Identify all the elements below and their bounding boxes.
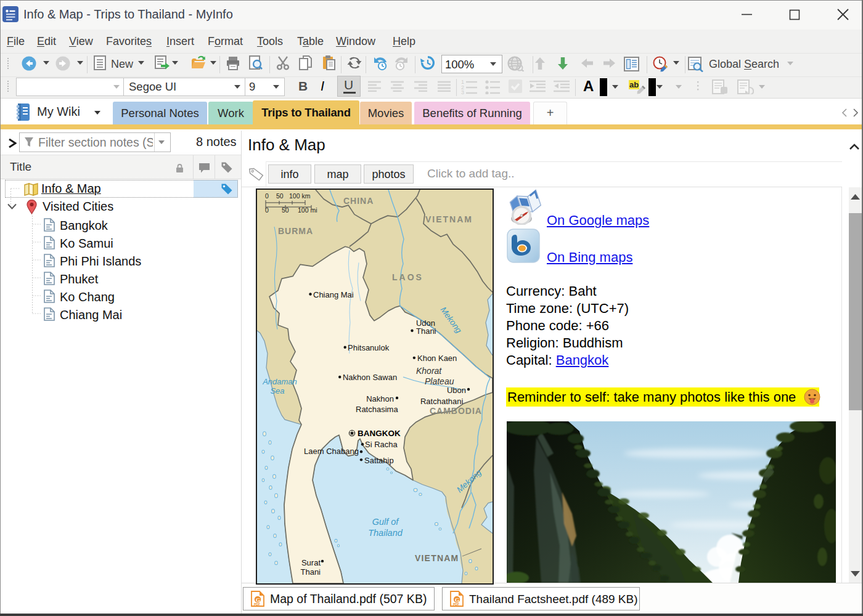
svg-text:Ratchathani: Ratchathani xyxy=(420,397,463,406)
svg-text:Si Racha: Si Racha xyxy=(365,440,398,449)
svg-text:CAMBODIA: CAMBODIA xyxy=(430,406,482,416)
svg-text:BANGKOK: BANGKOK xyxy=(358,429,401,438)
svg-text:Sea: Sea xyxy=(270,386,284,395)
svg-text:Khorat: Khorat xyxy=(416,366,442,376)
svg-text:Sattahip: Sattahip xyxy=(364,456,394,465)
svg-text:BURMA: BURMA xyxy=(278,226,313,236)
svg-text:100 km: 100 km xyxy=(289,192,311,200)
svg-text:3: 3 xyxy=(461,89,464,94)
svg-text:Thani: Thani xyxy=(416,326,436,336)
svg-text:Gulf of: Gulf of xyxy=(372,517,400,527)
svg-text:Chiang Mai: Chiang Mai xyxy=(313,290,354,299)
svg-text:50: 50 xyxy=(276,192,284,200)
svg-text:Thailand: Thailand xyxy=(368,528,403,538)
svg-text:Thani: Thani xyxy=(300,567,321,577)
svg-text:Plateau: Plateau xyxy=(425,376,454,386)
svg-text:Nakhon Sawan: Nakhon Sawan xyxy=(343,373,397,382)
svg-text:Nakhon: Nakhon xyxy=(366,394,394,403)
svg-text:Andaman: Andaman xyxy=(262,377,297,386)
svg-text:VIETNAM: VIETNAM xyxy=(425,214,473,224)
svg-text:Ratchasima: Ratchasima xyxy=(356,405,398,414)
svg-text:Khon Kaen: Khon Kaen xyxy=(417,354,457,363)
svg-text:CHINA: CHINA xyxy=(343,196,374,206)
svg-text:ab: ab xyxy=(629,80,639,89)
svg-text:VIETNAM: VIETNAM xyxy=(415,553,459,563)
svg-text:Surat: Surat xyxy=(301,558,321,567)
svg-text:100 mi: 100 mi xyxy=(298,206,317,214)
svg-text:PDF: PDF xyxy=(453,602,459,606)
svg-text:LAOS: LAOS xyxy=(392,272,423,282)
svg-text:Phitsanulok: Phitsanulok xyxy=(348,343,390,352)
svg-text:0: 0 xyxy=(265,192,269,200)
svg-text:Laem Chabang: Laem Chabang xyxy=(304,447,359,456)
svg-text:Ubon: Ubon xyxy=(447,386,466,395)
svg-text:PDF: PDF xyxy=(254,602,260,606)
